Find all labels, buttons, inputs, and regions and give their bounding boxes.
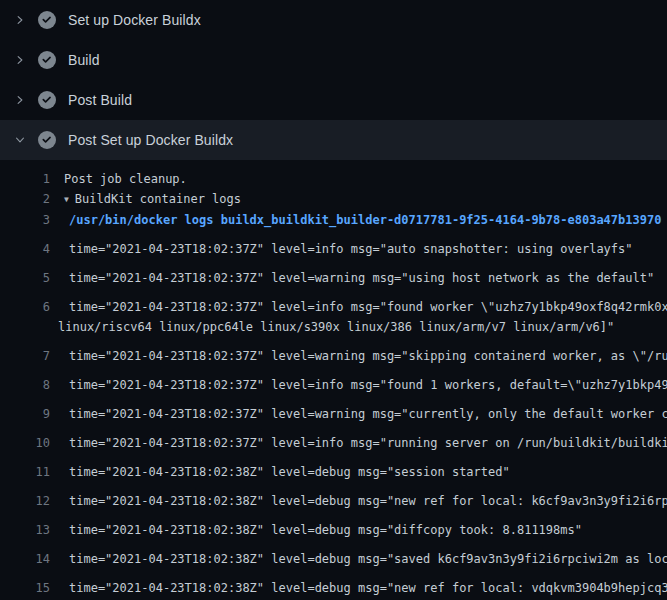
log-text: time="2021-04-23T18:02:38Z" level=debug … (50, 520, 667, 540)
line-number-link[interactable]: 10 (0, 433, 50, 453)
check-circle-icon (38, 51, 56, 69)
log-line: 3/usr/bin/docker logs buildx_buildkit_bu… (0, 210, 667, 230)
line-number-link[interactable]: 12 (0, 491, 50, 511)
line-number-link[interactable]: 6 (0, 297, 50, 317)
chevron-down-icon (12, 132, 28, 148)
line-number-link[interactable]: 11 (0, 462, 50, 482)
log-text: time="2021-04-23T18:02:38Z" level=debug … (50, 491, 667, 511)
log-text: time="2021-04-23T18:02:37Z" level=warnin… (50, 346, 667, 366)
log-text: Post job cleanup. (50, 169, 667, 189)
step-title: Set up Docker Buildx (68, 12, 201, 28)
check-circle-icon (38, 11, 56, 29)
log-group-toggle[interactable]: ▼BuildKit container logs (50, 189, 667, 210)
check-circle-icon (38, 91, 56, 109)
log-text: time="2021-04-23T18:02:37Z" level=info m… (50, 239, 667, 259)
step-header-build[interactable]: Build (0, 40, 667, 80)
line-number-link[interactable]: 2 (0, 189, 50, 209)
log-line: 7time="2021-04-23T18:02:37Z" level=warni… (0, 337, 667, 366)
step-header-post-build[interactable]: Post Build (0, 80, 667, 120)
line-number-link[interactable]: 4 (0, 239, 50, 259)
log-line: 11time="2021-04-23T18:02:38Z" level=debu… (0, 453, 667, 482)
chevron-right-icon (12, 52, 28, 68)
log-line: 5time="2021-04-23T18:02:37Z" level=warni… (0, 259, 667, 288)
log-line: 2▼BuildKit container logs (0, 189, 667, 210)
line-number-link[interactable]: 8 (0, 375, 50, 395)
log-line: 15time="2021-04-23T18:02:38Z" level=debu… (0, 569, 667, 598)
log-text: time="2021-04-23T18:02:37Z" level=info m… (50, 375, 667, 395)
step-title: Build (68, 52, 100, 68)
step-header-set-up-docker-buildx[interactable]: Set up Docker Buildx (0, 0, 667, 40)
line-number-link[interactable]: 7 (0, 346, 50, 366)
log-group-title: BuildKit container logs (75, 192, 241, 206)
log-line: 4time="2021-04-23T18:02:37Z" level=info … (0, 230, 667, 259)
check-circle-icon (38, 131, 56, 149)
log-line: 14time="2021-04-23T18:02:38Z" level=debu… (0, 540, 667, 569)
log-text: time="2021-04-23T18:02:37Z" level=warnin… (50, 268, 667, 288)
line-number-link[interactable]: 1 (0, 169, 50, 189)
log-text: time="2021-04-23T18:02:38Z" level=debug … (50, 549, 667, 569)
line-number-link[interactable]: 3 (0, 210, 50, 230)
log-line: 13time="2021-04-23T18:02:38Z" level=debu… (0, 511, 667, 540)
line-number-link[interactable]: 5 (0, 268, 50, 288)
log-text: time="2021-04-23T18:02:38Z" level=debug … (50, 578, 667, 598)
step-header-post-set-up-docker-buildx[interactable]: Post Set up Docker Buildx (0, 120, 667, 160)
command-text: /usr/bin/docker logs buildx_buildkit_bui… (50, 210, 667, 230)
log-text: time="2021-04-23T18:02:37Z" level=info m… (50, 297, 667, 337)
log-line: 10time="2021-04-23T18:02:37Z" level=info… (0, 424, 667, 453)
log-line: 1Post job cleanup. (0, 169, 667, 189)
chevron-right-icon (12, 12, 28, 28)
chevron-right-icon (12, 92, 28, 108)
log-line: 12time="2021-04-23T18:02:38Z" level=debu… (0, 482, 667, 511)
line-number-link[interactable]: 13 (0, 520, 50, 540)
step-title: Post Build (68, 92, 132, 108)
log-line: 6time="2021-04-23T18:02:37Z" level=info … (0, 288, 667, 337)
log-text: time="2021-04-23T18:02:38Z" level=debug … (50, 462, 667, 482)
log-text: time="2021-04-23T18:02:37Z" level=warnin… (50, 404, 667, 424)
step-title: Post Set up Docker Buildx (68, 132, 233, 148)
line-number-link[interactable]: 15 (0, 578, 50, 598)
log-text: time="2021-04-23T18:02:37Z" level=info m… (50, 433, 667, 453)
line-number-link[interactable]: 9 (0, 404, 50, 424)
line-number-link[interactable]: 14 (0, 549, 50, 569)
steps-list: Set up Docker Buildx Build Post Build Po… (0, 0, 667, 160)
log-lines: 1Post job cleanup.2▼BuildKit container l… (0, 160, 667, 600)
log-line: 8time="2021-04-23T18:02:37Z" level=info … (0, 366, 667, 395)
log-line: 9time="2021-04-23T18:02:37Z" level=warni… (0, 395, 667, 424)
group-expanded-triangle-icon: ▼ (64, 190, 69, 210)
